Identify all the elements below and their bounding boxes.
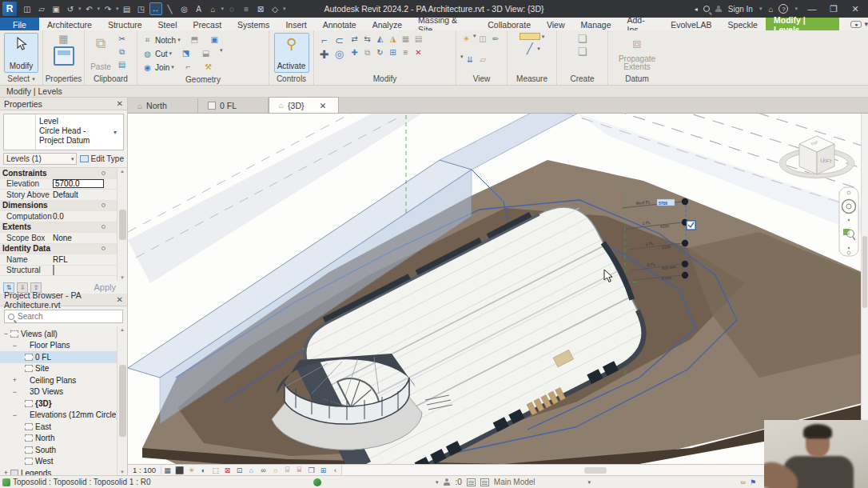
tab-steel[interactable]: Steel	[150, 18, 185, 30]
propagate-extents-button[interactable]: ⧈ Propagate Extents	[612, 33, 662, 73]
switch-windows-icon[interactable]: ◇	[269, 2, 281, 15]
design-options-icon[interactable]	[480, 478, 489, 486]
prop-row-computation[interactable]: Computation ... 0.0	[0, 211, 117, 222]
tree-south[interactable]: South	[0, 444, 117, 456]
analytical-model-icon[interactable]: ⌻	[281, 466, 293, 474]
tab-structure[interactable]: Structure	[100, 18, 150, 30]
move-icon[interactable]: ✚	[348, 46, 360, 58]
trim-icon[interactable]: ▤	[412, 33, 424, 45]
panel-label-create[interactable]: Create	[557, 73, 607, 85]
tab-collaborate[interactable]: Collaborate	[480, 18, 539, 30]
tab-annotate[interactable]: Annotate	[315, 18, 364, 30]
tree-legends[interactable]: +Legends	[0, 467, 117, 475]
redo-caret[interactable]: ▾	[116, 6, 119, 12]
section-identity-data[interactable]: Identity Data	[0, 244, 117, 255]
view-tab-close-icon[interactable]: ✕	[319, 101, 326, 110]
reveal-hidden-icon[interactable]: ∞	[257, 466, 269, 474]
project-browser-scrollbar[interactable]: ▲▼	[117, 326, 127, 475]
collapse-search-icon[interactable]: ◂	[695, 6, 698, 13]
measure-icon[interactable]: ╱	[524, 42, 536, 54]
paint-caret[interactable]: ▾	[220, 47, 223, 60]
edit-type-button[interactable]: Edit Type	[80, 154, 124, 163]
render-dialog-icon[interactable]: ⌂	[245, 466, 257, 474]
worksharing-icon[interactable]: ⊞	[317, 466, 329, 474]
tab-massing-site[interactable]: Massing & Site	[410, 18, 480, 30]
match-type-icon[interactable]: ▤	[116, 58, 128, 70]
hide-icon[interactable]: ▱	[477, 54, 489, 66]
tab-speckle[interactable]: Speckle	[720, 18, 766, 30]
hide-crop-icon[interactable]: ⊠	[221, 466, 233, 474]
modify-button[interactable]: Modify	[4, 33, 38, 73]
elevation-input[interactable]	[53, 179, 104, 188]
properties-scrollbar[interactable]: ▲▼	[117, 168, 127, 281]
tree-west[interactable]: West	[0, 456, 117, 468]
prop-row-scope-box[interactable]: Scope Box None	[0, 233, 117, 244]
text-icon[interactable]: A	[193, 2, 205, 15]
panel-label-modify[interactable]: Modify	[314, 73, 456, 85]
create-similar-icon[interactable]: ❏	[576, 46, 588, 58]
modify-corner-icon[interactable]: ⌐	[318, 34, 330, 46]
default-view-icon[interactable]: ☀	[460, 33, 472, 45]
tab-systems[interactable]: Systems	[229, 18, 277, 30]
demolish-icon[interactable]: ⬓	[200, 47, 212, 59]
navigation-bar[interactable]	[839, 187, 858, 256]
collapse-bar-icon[interactable]: ‹	[329, 466, 341, 474]
view-caret[interactable]: ▾	[221, 6, 225, 12]
align-icon[interactable]: ⇄	[348, 33, 360, 45]
array-icon[interactable]: ⊞	[387, 46, 399, 58]
sync-caret[interactable]: ▾	[78, 6, 82, 12]
tree-3d-views[interactable]: −3D Views	[0, 386, 117, 398]
revit-logo[interactable]: R	[2, 2, 17, 16]
default-3d-view-icon[interactable]: ⌂	[207, 2, 220, 15]
tree-east[interactable]: East	[0, 421, 117, 433]
panel-label-view[interactable]: View	[456, 73, 507, 85]
cope-icon[interactable]: ⬒	[189, 34, 201, 46]
tab-manage[interactable]: Manage	[573, 18, 619, 30]
close-hidden-icon[interactable]: ⊠	[254, 2, 267, 15]
tab-file[interactable]: File	[0, 18, 39, 30]
ruler-icon[interactable]	[520, 33, 540, 40]
fillet-icon[interactable]: ⊂	[333, 34, 345, 46]
tab-evolvelab[interactable]: EvolveLAB	[663, 18, 719, 30]
section-dimensions[interactable]: Dimensions	[0, 201, 117, 212]
mirror-axis-icon[interactable]: ◭	[374, 33, 386, 45]
tab-add-ins[interactable]: Add-Ins	[619, 18, 663, 30]
project-browser-close-icon[interactable]: ✕	[117, 295, 123, 304]
worksets-caret[interactable]: ▾	[436, 479, 439, 486]
panel-label-properties[interactable]: Properties	[43, 73, 84, 85]
panel-label-geometry[interactable]: Geometry	[137, 74, 269, 85]
hammer-icon[interactable]: ⚒	[202, 61, 214, 73]
print-icon[interactable]: ▤	[121, 2, 133, 15]
tab-architecture[interactable]: Architecture	[39, 18, 100, 30]
undo-icon[interactable]: ↶	[83, 2, 96, 15]
exclude-options-icon[interactable]: ∞	[741, 478, 746, 486]
ribbon-display-toggle[interactable]: ●▾	[850, 18, 868, 30]
properties-palette-icon[interactable]	[54, 46, 74, 66]
account-icon[interactable]	[715, 6, 723, 13]
unlocked-view-icon[interactable]: ⊡	[233, 466, 245, 474]
element-filter-dropdown[interactable]: Levels (1) ▾	[3, 153, 77, 165]
tab-analyze[interactable]: Analyze	[364, 18, 410, 30]
search-input[interactable]	[18, 312, 123, 321]
aligned-dimension-icon[interactable]: ↔	[149, 2, 162, 15]
activate-button[interactable]: ⚲ Activate	[274, 33, 309, 73]
displace-icon[interactable]: ❒	[305, 466, 317, 474]
tab-insert[interactable]: Insert	[277, 18, 314, 30]
wall-joins-icon[interactable]: ⌐	[182, 61, 194, 73]
restore-button[interactable]: ❐	[826, 4, 842, 14]
tree-ceiling-plans[interactable]: +Ceiling Plans	[0, 374, 117, 386]
split-icon[interactable]: ▦	[400, 33, 412, 45]
prop-row-name[interactable]: Name RFL	[0, 254, 117, 266]
panel-label-datum[interactable]: Datum	[608, 73, 666, 85]
constraints-icon[interactable]: ⌸	[293, 466, 305, 474]
mirror-draw-icon[interactable]: ◮	[387, 33, 399, 45]
type-properties-icon[interactable]: ▦	[58, 33, 70, 45]
customize-quick-access-icon[interactable]: ▾	[283, 6, 286, 12]
panel-label-select[interactable]: Select▾	[0, 73, 42, 85]
box-icon[interactable]: ◫	[477, 33, 489, 45]
prop-row-structural[interactable]: Structural	[0, 266, 117, 277]
help-icon[interactable]: ?	[778, 4, 788, 14]
cut-clipboard-icon[interactable]: ✂	[116, 33, 128, 45]
drawing-area[interactable]: Roof FL 5700 2 FL 4200 1 FL 2100 0 FL 60…	[128, 114, 868, 464]
view-tab-north[interactable]: ⌂ North	[128, 98, 198, 113]
